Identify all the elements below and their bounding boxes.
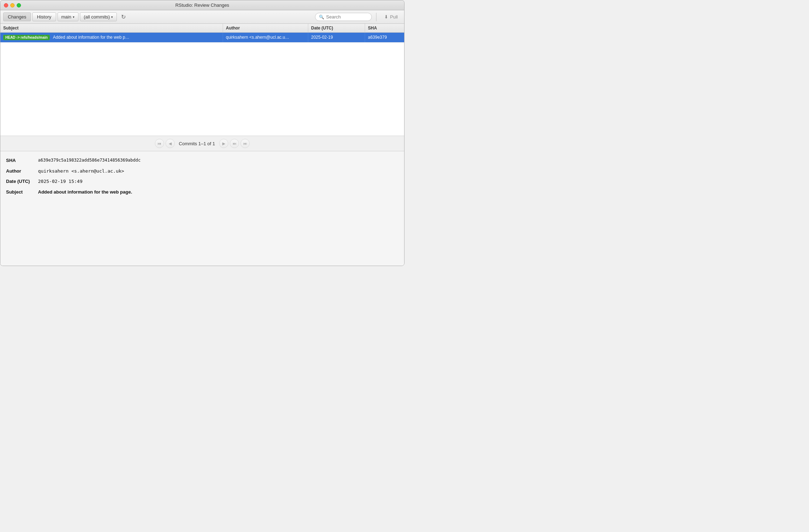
toolbar-divider <box>376 13 376 21</box>
commit-subject: Added about information for the web p… <box>53 35 129 40</box>
detail-author-row: Author quirksahern <s.ahern@ucl.ac.uk> <box>6 168 398 175</box>
col-author: Author <box>223 24 308 32</box>
search-box: 🔍 <box>315 13 372 21</box>
chevron-down-icon: ▾ <box>73 15 75 19</box>
col-date: Date (UTC) <box>308 24 365 32</box>
cell-subject: HEAD -> refs/heads/main Added about info… <box>0 33 223 42</box>
date-label: Date (UTC) <box>6 178 38 185</box>
traffic-lights <box>4 3 21 7</box>
cell-author: quirksahern <s.ahern@ucl.ac.u… <box>223 33 308 42</box>
date-value: 2025-02-19 15:49 <box>38 178 82 185</box>
table-header: Subject Author Date (UTC) SHA <box>0 24 404 33</box>
search-input[interactable] <box>326 14 368 20</box>
col-subject: Subject <box>0 24 223 32</box>
refresh-icon: ↻ <box>121 14 126 20</box>
next-next-page-button[interactable]: ⏭ <box>230 139 239 148</box>
first-page-button[interactable]: ⏮ <box>155 139 164 148</box>
author-value: quirksahern <s.ahern@ucl.ac.uk> <box>38 168 124 175</box>
sha-label: SHA <box>6 157 38 164</box>
search-icon: 🔍 <box>319 15 324 20</box>
sha-value: a639e379c5a198322add586e73414856369abddc <box>38 157 141 164</box>
detail-sha-row: SHA a639e379c5a198322add586e73414856369a… <box>6 157 398 164</box>
branch-dropdown[interactable]: main ▾ <box>58 12 78 21</box>
col-sha: SHA <box>365 24 404 32</box>
detail-panel: SHA a639e379c5a198322add586e73414856369a… <box>0 151 404 266</box>
pull-icon: ⬇ <box>384 14 388 20</box>
subject-value: Added about information for the web page… <box>38 189 132 196</box>
next-page-button[interactable]: ▶ <box>219 139 228 148</box>
branch-label: main <box>61 14 71 20</box>
minimize-button[interactable] <box>10 3 15 7</box>
commit-table: HEAD -> refs/heads/main Added about info… <box>0 33 404 136</box>
commits-label: (all commits) <box>84 14 110 20</box>
pull-button[interactable]: ⬇ Pull <box>381 13 401 21</box>
window-title: RStudio: Review Changes <box>175 2 229 8</box>
pagination-label: Commits 1–1 of 1 <box>179 141 215 146</box>
pagination-bar: ⏮ ◀ Commits 1–1 of 1 ▶ ⏭ ⏭ <box>0 136 404 151</box>
maximize-button[interactable] <box>17 3 21 7</box>
changes-tab[interactable]: Changes <box>3 12 31 21</box>
toolbar: Changes History main ▾ (all commits) ▾ ↻… <box>0 10 404 24</box>
cell-sha: a639e379 <box>365 33 404 42</box>
prev-page-button[interactable]: ◀ <box>165 139 175 148</box>
table-row[interactable]: HEAD -> refs/heads/main Added about info… <box>0 33 404 43</box>
close-button[interactable] <box>4 3 8 7</box>
detail-subject-row: Subject Added about information for the … <box>6 189 398 196</box>
author-label: Author <box>6 168 38 175</box>
last-page-button[interactable]: ⏭ <box>240 139 250 148</box>
subject-label: Subject <box>6 189 38 196</box>
title-bar: RStudio: Review Changes <box>0 0 404 10</box>
head-badge: HEAD -> refs/heads/main <box>3 35 50 40</box>
chevron-down-icon: ▾ <box>111 15 113 19</box>
history-tab[interactable]: History <box>32 12 56 21</box>
cell-date: 2025-02-19 <box>308 33 365 42</box>
refresh-button[interactable]: ↻ <box>118 12 129 22</box>
pull-label: Pull <box>390 14 398 20</box>
detail-date-row: Date (UTC) 2025-02-19 15:49 <box>6 178 398 185</box>
commits-dropdown[interactable]: (all commits) ▾ <box>80 12 117 21</box>
